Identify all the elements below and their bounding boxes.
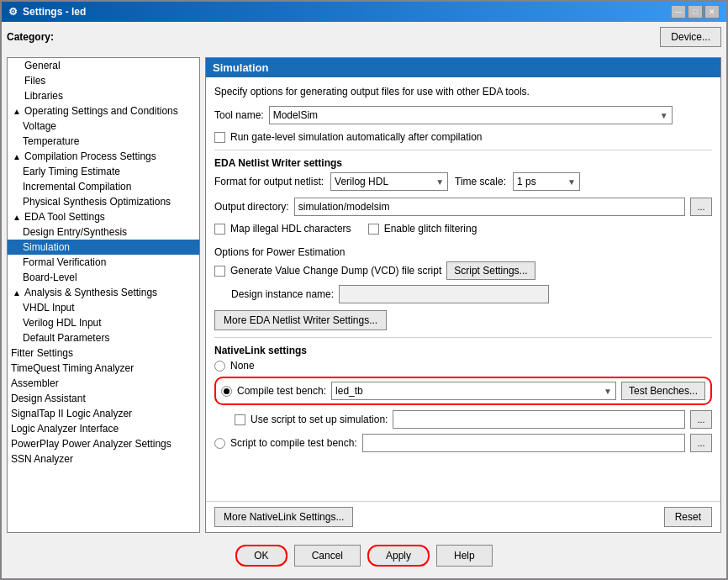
use-script-checkbox[interactable]: [235, 414, 245, 425]
cancel-button[interactable]: Cancel: [294, 545, 361, 567]
apply-button[interactable]: Apply: [367, 545, 430, 567]
compile-combo-arrow: ▼: [604, 387, 612, 396]
none-radio[interactable]: [214, 361, 225, 372]
tool-name-combo[interactable]: ModelSim ▼: [269, 106, 673, 124]
sidebar-item-default-params[interactable]: Default Parameters: [8, 330, 199, 345]
timescale-label: Time scale:: [455, 176, 506, 187]
title-bar-title: ⚙ Settings - led: [8, 6, 86, 18]
sidebar-item-signaltap[interactable]: SignalTap II Logic Analyzer: [8, 406, 199, 421]
divider2: [214, 337, 712, 338]
format-combo-arrow: ▼: [435, 177, 444, 187]
design-instance-input[interactable]: [339, 285, 549, 303]
sidebar-item-compilation[interactable]: ▲ Compilation Process Settings: [8, 149, 199, 164]
timescale-combo[interactable]: 1 ps ▼: [513, 172, 580, 191]
sidebar-item-design-entry[interactable]: Design Entry/Synthesis: [8, 224, 199, 240]
sidebar-item-general[interactable]: General: [8, 58, 199, 73]
sidebar-item-formal[interactable]: Formal Verification: [8, 255, 199, 270]
sidebar-item-incremental[interactable]: Incremental Compilation: [8, 179, 199, 194]
sidebar-item-voltage[interactable]: Voltage: [8, 119, 199, 134]
nativelink-section: NativeLink settings None Compile test be…: [214, 345, 712, 452]
nativelink-title: NativeLink settings: [214, 345, 712, 356]
ok-button[interactable]: OK: [235, 545, 287, 567]
use-script-browse-button[interactable]: ...: [690, 410, 712, 429]
run-gate-sim-checkbox[interactable]: [214, 132, 225, 143]
sidebar-item-temperature[interactable]: Temperature: [8, 134, 199, 149]
sidebar-item-analysis[interactable]: ▲ Analysis & Synthesis Settings: [8, 285, 199, 300]
map-hdl-row: Map illegal HDL characters: [214, 223, 351, 235]
enable-glitch-checkbox[interactable]: [368, 224, 379, 235]
title-bar-controls: — □ ✕: [671, 5, 720, 18]
sidebar-item-libraries[interactable]: Libraries: [8, 88, 199, 103]
sidebar-item-board[interactable]: Board-Level: [8, 270, 199, 285]
eda-netlist-title: EDA Netlist Writer settings: [214, 157, 712, 169]
toggle-icon-compilation: ▲: [11, 150, 23, 162]
compile-bench-combo[interactable]: led_tb ▼: [331, 382, 616, 400]
device-button[interactable]: Device...: [660, 27, 721, 47]
sidebar-item-logic-analyzer[interactable]: Logic Analyzer Interface: [8, 421, 199, 436]
design-instance-row: Design instance name:: [214, 285, 712, 303]
more-eda-row: More EDA Netlist Writer Settings...: [214, 310, 712, 330]
sidebar-item-fitter[interactable]: Fitter Settings: [8, 345, 199, 361]
footer: OK Cancel Apply Help: [7, 538, 721, 573]
script-settings-button[interactable]: Script Settings...: [446, 261, 535, 280]
output-dir-browse-button[interactable]: ...: [690, 198, 712, 216]
sidebar-item-assembler[interactable]: Assembler: [8, 376, 199, 391]
divider1: [214, 150, 712, 150]
sidebar-item-ssn[interactable]: SSN Analyzer: [8, 451, 199, 467]
sidebar-item-files[interactable]: Files: [8, 73, 199, 88]
compile-bench-label: Compile test bench:: [237, 385, 326, 397]
toggle-icon-analysis: ▲: [11, 287, 23, 298]
panel-header: Simulation: [206, 58, 720, 77]
options-row: Map illegal HDL characters Enable glitch…: [214, 223, 712, 240]
reset-button[interactable]: Reset: [664, 507, 712, 527]
sidebar-item-eda[interactable]: ▲ EDA Tool Settings: [8, 209, 199, 224]
run-gate-sim-row: Run gate-level simulation automatically …: [214, 131, 712, 143]
script-compile-radio[interactable]: [214, 438, 225, 449]
compile-bench-radio[interactable]: [221, 386, 232, 397]
maximize-button[interactable]: □: [688, 5, 703, 18]
sidebar-item-early-timing[interactable]: Early Timing Estimate: [8, 164, 199, 179]
compile-bench-row: Compile test bench: led_tb ▼ Test Benche…: [214, 377, 712, 405]
script-compile-input[interactable]: [362, 434, 685, 452]
panel-description: Specify options for generating output fi…: [214, 86, 712, 98]
vcd-checkbox[interactable]: [214, 266, 225, 277]
sidebar-item-physical[interactable]: Physical Synthesis Optimizations: [8, 194, 199, 209]
format-row: Format for output netlist: Verilog HDL ▼…: [214, 172, 712, 191]
sidebar-item-timequest[interactable]: TimeQuest Timing Analyzer: [8, 361, 199, 376]
vcd-label: Generate Value Change Dump (VCD) file sc…: [230, 265, 441, 277]
output-dir-row: Output directory: ...: [214, 198, 712, 216]
vcd-row: Generate Value Change Dump (VCD) file sc…: [214, 261, 712, 280]
window-title: Settings - led: [23, 6, 86, 18]
script-compile-row: Script to compile test bench: ...: [214, 434, 712, 452]
close-button[interactable]: ✕: [704, 5, 720, 18]
more-eda-button[interactable]: More EDA Netlist Writer Settings...: [214, 310, 387, 330]
script-compile-label: Script to compile test bench:: [230, 437, 357, 449]
tool-name-row: Tool name: ModelSim ▼: [214, 106, 712, 124]
use-script-input[interactable]: [393, 410, 685, 429]
minimize-button[interactable]: —: [671, 5, 686, 18]
script-compile-browse-button[interactable]: ...: [690, 434, 712, 452]
design-instance-label: Design instance name:: [231, 288, 334, 300]
sidebar-item-powerplay[interactable]: PowerPlay Power Analyzer Settings: [8, 436, 199, 451]
timescale-combo-arrow: ▼: [567, 177, 576, 187]
more-nativelink-button[interactable]: More NativeLink Settings...: [214, 507, 353, 527]
category-label: Category:: [7, 31, 54, 43]
output-dir-input[interactable]: [294, 198, 685, 216]
power-estimation-title: Options for Power Estimation: [214, 246, 712, 258]
sidebar-item-operating[interactable]: ▲ Operating Settings and Conditions: [8, 103, 199, 119]
format-combo[interactable]: Verilog HDL ▼: [330, 172, 448, 191]
test-benches-button[interactable]: Test Benches...: [621, 382, 705, 400]
map-hdl-checkbox[interactable]: [214, 224, 225, 235]
help-button[interactable]: Help: [436, 545, 493, 567]
right-panel: Simulation Specify options for generatin…: [205, 57, 721, 533]
sidebar-item-verilog[interactable]: Verilog HDL Input: [8, 315, 199, 330]
sidebar-item-vhdl[interactable]: VHDL Input: [8, 300, 199, 315]
header-row: Category: Device...: [7, 27, 721, 47]
sidebar-item-simulation[interactable]: Simulation: [8, 240, 199, 255]
power-estimation-section: Options for Power Estimation Generate Va…: [214, 246, 712, 303]
use-script-label: Use script to set up simulation:: [251, 414, 388, 425]
run-gate-sim-label: Run gate-level simulation automatically …: [230, 131, 482, 143]
sidebar-item-design-assistant[interactable]: Design Assistant: [8, 391, 199, 406]
panel-bottom-buttons: More NativeLink Settings... Reset: [206, 501, 720, 532]
combo-arrow-icon: ▼: [660, 111, 668, 120]
